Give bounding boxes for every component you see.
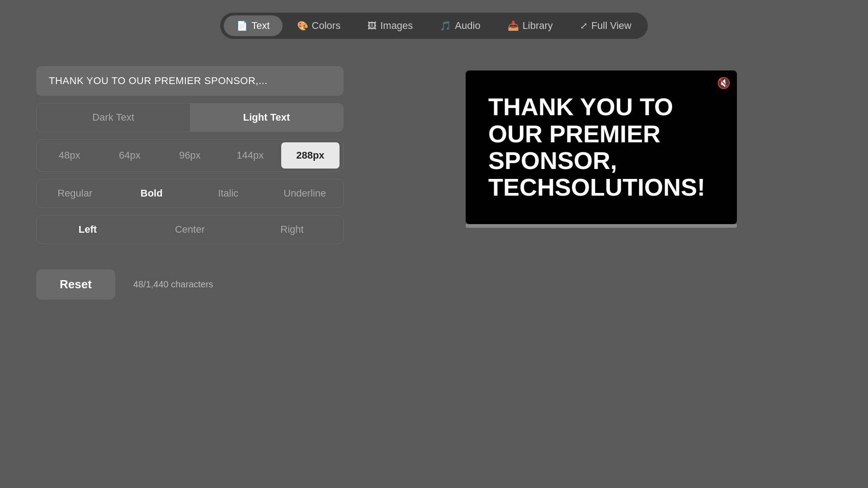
nav-label-library: Library [523,20,553,32]
left-panel: THANK YOU TO OUR PREMIER SPONSOR,... Dar… [36,66,344,459]
font-size-48[interactable]: 48px [40,142,99,169]
mute-icon[interactable]: 🔇 [717,77,731,89]
nav-label-text: Text [251,20,269,32]
preview-container: THANK YOU TO OUR PREMIER SPONSOR, TECHSO… [466,70,737,224]
bottom-controls: Reset 48/1,440 characters [36,269,344,300]
colors-nav-icon: 🎨 [297,20,308,31]
align-center[interactable]: Center [139,216,241,244]
main-content: THANK YOU TO OUR PREMIER SPONSOR,... Dar… [0,39,868,477]
weight-underline[interactable]: Underline [267,179,344,207]
font-size-96[interactable]: 96px [160,142,219,169]
top-navigation: 📄 Text 🎨 Colors 🖼 Images 🎵 Audio 📥 Libra… [0,0,868,39]
text-nav-icon: 📄 [236,20,248,31]
weight-bold[interactable]: Bold [113,179,190,207]
nav-item-fullview[interactable]: ⤢ Full View [567,15,644,36]
weight-italic[interactable]: Italic [190,179,267,207]
nav-item-images[interactable]: 🖼 Images [355,15,425,36]
weight-regular[interactable]: Regular [37,179,113,207]
nav-item-library[interactable]: 📥 Library [495,15,566,36]
nav-label-audio: Audio [455,20,480,32]
nav-item-colors[interactable]: 🎨 Colors [284,15,354,36]
nav-container: 📄 Text 🎨 Colors 🖼 Images 🎵 Audio 📥 Libra… [220,13,647,39]
audio-nav-icon: 🎵 [440,20,451,31]
light-text-button[interactable]: Light Text [190,103,343,131]
library-nav-icon: 📥 [508,20,519,31]
right-panel: THANK YOU TO OUR PREMIER SPONSOR, TECHSO… [371,66,832,459]
fullview-nav-icon: ⤢ [580,20,588,31]
font-size-288[interactable]: 288px [281,142,340,169]
alignment-selector: Left Center Right [36,215,344,244]
nav-label-fullview: Full View [591,20,632,32]
nav-label-colors: Colors [312,20,341,32]
align-left[interactable]: Left [37,216,139,244]
reset-button[interactable]: Reset [36,269,115,300]
preview-bottom-bar [466,224,737,228]
nav-item-text[interactable]: 📄 Text [224,15,282,36]
font-size-selector: 48px 64px 96px 144px 288px [36,139,344,172]
preview-screen: THANK YOU TO OUR PREMIER SPONSOR, TECHSO… [466,70,737,224]
preview-text: THANK YOU TO OUR PREMIER SPONSOR, TECHSO… [488,94,714,201]
align-right[interactable]: Right [241,216,343,244]
font-size-144[interactable]: 144px [221,142,279,169]
images-nav-icon: 🖼 [368,21,377,31]
text-input[interactable]: THANK YOU TO OUR PREMIER SPONSOR,... [36,66,344,96]
dark-text-button[interactable]: Dark Text [37,103,190,131]
nav-item-audio[interactable]: 🎵 Audio [427,15,493,36]
text-style-selector: Dark Text Light Text [36,103,344,132]
nav-label-images: Images [380,20,413,32]
font-size-64[interactable]: 64px [100,142,159,169]
font-weight-selector: Regular Bold Italic Underline [36,179,344,208]
character-count: 48/1,440 characters [133,279,213,290]
